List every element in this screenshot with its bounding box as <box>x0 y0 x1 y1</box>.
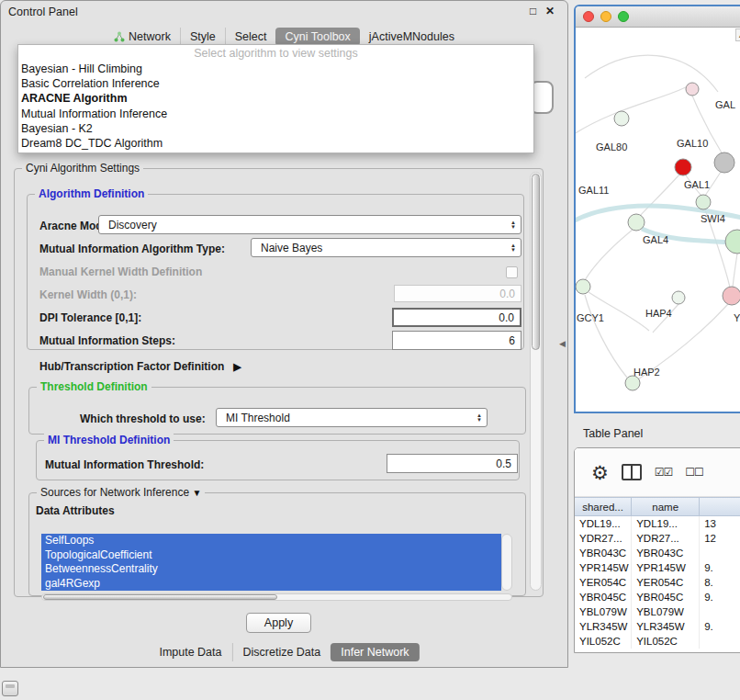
algorithm-option[interactable]: Bayesian - Hill Climbing <box>18 62 533 76</box>
tab-cyni-toolbox[interactable]: Cyni Toolbox <box>275 28 359 46</box>
algorithm-option[interactable]: ARACNE Algorithm <box>18 91 533 106</box>
manual-kernel-checkbox[interactable] <box>506 266 518 278</box>
table-row[interactable]: YLR345W YLR345W 9. <box>575 619 740 634</box>
which-threshold-label: Which threshold to use: <box>80 412 206 425</box>
list-item[interactable]: BetweennessCentrality <box>41 562 501 577</box>
column-header-clipped[interactable] <box>700 497 740 516</box>
deselect-all-icon[interactable]: ☐☐ <box>685 466 703 479</box>
table-row[interactable]: YBR043C YBR043C <box>575 546 740 560</box>
graph-node[interactable] <box>725 230 740 254</box>
table-cell: YBR045C <box>632 590 700 604</box>
graph-node[interactable] <box>675 159 691 175</box>
tab-select[interactable]: Select <box>225 28 276 46</box>
table-panel-title: Table Panel <box>583 427 643 440</box>
table-cell: YER054C <box>575 575 632 590</box>
graph-node[interactable] <box>614 111 629 126</box>
tab-infer-network[interactable]: Infer Network <box>331 643 419 661</box>
table-row[interactable]: YDL19... YDL19... 13 <box>575 516 740 531</box>
graph-node[interactable] <box>723 287 740 305</box>
mi-type-label: Mutual Information Algorithm Type: <box>39 243 225 255</box>
table-cell: 12 <box>700 531 740 546</box>
graph-node[interactable] <box>714 152 734 173</box>
graph-edge <box>589 292 649 331</box>
tab-jactivemnodules[interactable]: jActiveMNodules <box>360 28 464 46</box>
scrollbar-thumb[interactable] <box>532 174 540 350</box>
mi-threshold-field[interactable]: 0.5 <box>387 454 518 473</box>
graph-node[interactable] <box>576 279 590 294</box>
gear-icon[interactable]: ⚙ <box>591 463 609 482</box>
table-cell: YBR043C <box>632 546 700 560</box>
settings-scrollbar[interactable] <box>530 172 542 591</box>
minimize-traffic-light-icon[interactable] <box>600 11 611 22</box>
table-cell: YER054C <box>632 575 700 590</box>
aracne-mode-select[interactable]: Discovery ▲▼ <box>98 215 521 234</box>
hub-section-expander[interactable]: Hub/Transcription Factor Definition▶ <box>39 360 241 373</box>
algorithm-option[interactable]: Mutual Information Inference <box>18 107 533 121</box>
data-attributes-list: SelfLoopsTopologicalCoefficientBetweenne… <box>41 534 501 591</box>
list-vscrollbar[interactable] <box>501 534 512 591</box>
list-hscrollbar[interactable] <box>41 593 512 601</box>
close-traffic-light-icon[interactable] <box>583 11 594 22</box>
algorithm-option[interactable]: Bayesian - K2 <box>18 121 533 136</box>
graph-node[interactable] <box>686 83 699 96</box>
select-all-icon[interactable]: ☑☑ <box>655 466 673 479</box>
table-cell: YDR27... <box>632 531 700 546</box>
list-item[interactable]: gal4RGexp <box>41 577 501 592</box>
tab-style[interactable]: Style <box>180 28 225 46</box>
dpi-tolerance-field[interactable]: 0.0 <box>392 308 521 327</box>
close-window-icon[interactable]: ✕ <box>545 5 555 17</box>
graph-node-label: GAL10 <box>677 138 708 149</box>
kernel-width-field[interactable]: 0.0 <box>394 285 521 302</box>
graph-node[interactable] <box>628 214 645 231</box>
table-row[interactable]: YIL052C YIL052C <box>575 634 740 649</box>
graph-node-label: GAL11 <box>578 185 609 196</box>
graph-node-label: SWI4 <box>701 213 725 224</box>
table-cell: YIL052C <box>575 634 632 649</box>
graph-node[interactable] <box>696 195 711 209</box>
table-panel-window: ⚙ ☑☑ ☐☐ shared... name YDL19... YDL19...… <box>574 447 740 653</box>
tab-discretize-data[interactable]: Discretize Data <box>232 643 331 661</box>
network-window-titlebar[interactable] <box>576 6 740 28</box>
dpi-tolerance-label: DPI Tolerance [0,1]: <box>39 311 141 324</box>
table-cell: 13 <box>700 516 740 531</box>
tab-network[interactable]: Network <box>105 28 180 46</box>
list-item[interactable]: TopologicalCoefficient <box>41 548 501 563</box>
tab-impute-data[interactable]: Impute Data <box>149 643 231 661</box>
network-graph-canvas[interactable]: GALGAL80GAL10GAL11GAL1SWI4GAL4GCY1HAP4YH… <box>576 28 740 413</box>
which-threshold-select[interactable]: MI Threshold ▲▼ <box>216 408 488 427</box>
table-cell: YLR345W <box>632 619 700 634</box>
graph-node[interactable] <box>672 291 685 304</box>
zoom-traffic-light-icon[interactable] <box>618 11 629 22</box>
column-header-shared-name[interactable]: shared... <box>575 497 632 516</box>
kernel-width-label: Kernel Width (0,1): <box>39 288 137 301</box>
table-cell: 9. <box>700 560 740 575</box>
table-row[interactable]: YPR145W YPR145W 9. <box>575 560 740 575</box>
scrollbar-thumb[interactable] <box>43 594 277 600</box>
table-cell: YIL052C <box>632 634 700 649</box>
sources-group-title[interactable]: Sources for Network Inference ▼ <box>37 486 205 499</box>
tab-label: jActiveMNodules <box>369 30 454 43</box>
splitter-collapse-icon[interactable]: ◀ <box>559 339 566 348</box>
algorithm-option[interactable]: Dream8 DC_TDC Algorithm <box>18 136 533 151</box>
column-view-icon[interactable] <box>622 464 642 480</box>
table-row[interactable]: YBR045C YBR045C 9. <box>575 590 740 604</box>
network-scroll-up-icon[interactable]: ▲ <box>735 28 740 41</box>
apply-button[interactable]: Apply <box>246 613 311 633</box>
graph-node[interactable] <box>625 376 640 390</box>
table-cell: YBL079W <box>632 604 700 619</box>
table-row[interactable]: YER054C YER054C 8. <box>575 575 740 590</box>
table-row[interactable]: YDR27... YDR27... 12 <box>575 531 740 546</box>
column-header-name[interactable]: name <box>632 497 700 516</box>
algorithm-option[interactable]: Basic Correlation Inference <box>18 76 533 91</box>
table-row[interactable]: YBL079W YBL079W <box>575 604 740 619</box>
table-toolbar: ⚙ ☑☑ ☐☐ <box>575 448 740 497</box>
float-window-icon[interactable]: □ <box>530 5 536 17</box>
table-cell: YDL19... <box>632 516 700 531</box>
table-cell <box>700 634 740 649</box>
table-cell: YBL079W <box>575 604 632 619</box>
mi-steps-field[interactable]: 6 <box>392 331 521 350</box>
list-item[interactable]: SelfLoops <box>41 534 501 548</box>
taskbar-icon[interactable] <box>2 681 18 696</box>
graph-node-label: GAL1 <box>684 179 710 190</box>
mi-type-select[interactable]: Naive Bayes ▲▼ <box>251 238 521 257</box>
